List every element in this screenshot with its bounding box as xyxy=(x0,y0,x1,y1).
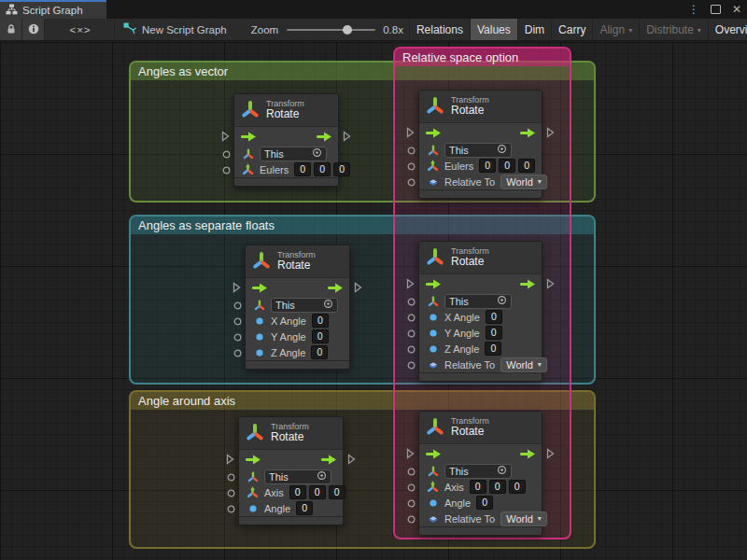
vector-component-input[interactable]: 0 xyxy=(489,480,506,494)
graph-canvas[interactable]: Angles as vectorAngles as separate float… xyxy=(0,42,747,560)
flow-input-port[interactable] xyxy=(406,127,415,140)
group-header-relative[interactable]: Relative space option xyxy=(395,49,570,66)
tab-script-graph[interactable]: Script Graph xyxy=(0,0,106,19)
node-rotate-vector[interactable]: TransformRotateThisEulers000 xyxy=(233,93,339,187)
value-input-port[interactable] xyxy=(233,332,242,343)
node-rotate-axis[interactable]: TransformRotateThisAxis000Angle0 xyxy=(238,416,344,525)
node-header-text: TransformRotate xyxy=(271,422,309,444)
flow-input-port[interactable] xyxy=(406,448,415,461)
vector-component-input[interactable]: 0 xyxy=(294,162,311,176)
enum-dropdown[interactable]: World▾ xyxy=(500,511,547,526)
vector-component-input[interactable]: 0 xyxy=(479,159,496,173)
value-input-port[interactable] xyxy=(407,297,416,308)
flow-output-port[interactable] xyxy=(546,127,555,140)
toolbar-button-carry[interactable]: Carry xyxy=(551,19,592,41)
this-dropdown[interactable]: This xyxy=(444,464,512,479)
zoom-slider[interactable] xyxy=(287,19,375,41)
maximize-icon[interactable] xyxy=(711,5,721,14)
flow-output-port[interactable] xyxy=(347,454,356,467)
toolbar-button-overview[interactable]: Overview xyxy=(708,19,747,41)
flow-output-port[interactable] xyxy=(354,282,362,295)
zoom-slider-handle[interactable] xyxy=(343,25,352,35)
lock-button[interactable] xyxy=(0,19,22,41)
close-icon[interactable]: ✕ xyxy=(732,3,741,16)
target-icon xyxy=(497,295,507,307)
value-input-port[interactable] xyxy=(407,161,416,173)
value-input-port[interactable] xyxy=(227,488,235,499)
group-label: Angles as separate floats xyxy=(138,218,275,232)
code-view-toggle[interactable]: <×> xyxy=(60,24,101,35)
value-input-port[interactable] xyxy=(227,472,235,483)
value-input-port[interactable] xyxy=(407,467,416,478)
vector-component-input[interactable]: 0 xyxy=(499,159,515,173)
value-input-port[interactable] xyxy=(233,316,242,328)
value-input-port[interactable] xyxy=(227,504,235,515)
flow-input-port[interactable] xyxy=(233,282,241,295)
float-input[interactable]: 0 xyxy=(312,314,329,328)
vector-component-input[interactable]: 0 xyxy=(509,480,526,494)
this-dropdown[interactable]: This xyxy=(444,294,512,309)
transform-icon xyxy=(246,423,264,443)
vector3-icon xyxy=(427,481,439,493)
this-dropdown[interactable]: This xyxy=(264,469,331,484)
flow-output-port[interactable] xyxy=(343,131,351,144)
flow-input-port[interactable] xyxy=(226,454,234,467)
value-input-port[interactable] xyxy=(407,483,416,494)
value-input-port[interactable] xyxy=(222,165,231,176)
toolbar-button-values[interactable]: Values xyxy=(470,19,517,41)
value-input-port[interactable] xyxy=(233,301,242,312)
transform-mini-icon xyxy=(427,145,439,156)
value-input-port[interactable] xyxy=(222,149,231,161)
value-input-port[interactable] xyxy=(407,313,416,324)
value-input-port[interactable] xyxy=(407,360,416,371)
more-icon[interactable]: ⋮ xyxy=(688,3,699,16)
toolbar-button-dim[interactable]: Dim xyxy=(517,19,551,41)
port-label: X Angle xyxy=(271,315,306,327)
float-input[interactable]: 0 xyxy=(296,501,313,515)
node-title: Rotate xyxy=(266,108,304,121)
value-input-port[interactable] xyxy=(407,344,416,356)
float-input[interactable]: 0 xyxy=(312,329,329,343)
value-input-port[interactable] xyxy=(407,177,416,189)
flow-input-port[interactable] xyxy=(406,278,415,291)
value-input-port[interactable] xyxy=(407,498,416,510)
float-icon xyxy=(427,499,439,507)
target-icon xyxy=(317,470,327,483)
float-input[interactable]: 0 xyxy=(311,345,328,359)
float-input[interactable]: 0 xyxy=(476,496,493,510)
vector-component-input[interactable]: 0 xyxy=(289,485,306,499)
this-dropdown[interactable]: This xyxy=(444,143,512,158)
float-input[interactable]: 0 xyxy=(485,342,501,356)
vector-component-input[interactable]: 0 xyxy=(314,162,331,176)
flow-input-port[interactable] xyxy=(221,131,230,144)
node-rotate-axis-relative[interactable]: TransformRotateThisAxis000Angle0Relative… xyxy=(418,411,543,536)
float-input[interactable]: 0 xyxy=(486,326,502,340)
toolbar-button-relations[interactable]: Relations xyxy=(409,19,470,41)
vector-component-input[interactable]: 0 xyxy=(329,485,345,499)
value-input-port[interactable] xyxy=(407,514,416,525)
node-footer xyxy=(239,516,343,525)
graph-picker[interactable]: New Script Graph xyxy=(115,22,227,36)
float-input[interactable]: 0 xyxy=(486,310,502,324)
value-input-port[interactable] xyxy=(233,348,242,359)
toolbar-button-distribute[interactable]: Distribute▾ xyxy=(639,19,708,41)
node-rotate-vector-relative[interactable]: TransformRotateThisEulers000Relative ToW… xyxy=(418,90,543,199)
node-rotate-floats[interactable]: TransformRotateThisX Angle0Y Angle0Z Ang… xyxy=(245,245,350,370)
vector-component-input[interactable]: 0 xyxy=(309,485,326,499)
info-button[interactable] xyxy=(22,19,45,41)
this-dropdown[interactable]: This xyxy=(271,298,338,313)
enum-dropdown[interactable]: World▾ xyxy=(500,357,547,372)
this-dropdown[interactable]: This xyxy=(260,147,327,161)
zoom-slider-track[interactable] xyxy=(287,29,375,31)
vector-component-input[interactable]: 0 xyxy=(470,480,486,494)
flow-output-port[interactable] xyxy=(546,448,555,461)
flow-output-port[interactable] xyxy=(546,278,555,291)
value-input-port[interactable] xyxy=(407,146,416,157)
vector-component-input[interactable]: 0 xyxy=(518,159,535,173)
enum-dropdown[interactable]: World▾ xyxy=(500,175,547,189)
vector-component-input[interactable]: 0 xyxy=(333,162,350,176)
node-rotate-floats-relative[interactable]: TransformRotateThisX Angle0Y Angle0Z Ang… xyxy=(418,241,543,382)
vector3-icon xyxy=(247,486,259,498)
value-input-port[interactable] xyxy=(407,329,416,340)
toolbar-button-align[interactable]: Align▾ xyxy=(592,19,639,41)
